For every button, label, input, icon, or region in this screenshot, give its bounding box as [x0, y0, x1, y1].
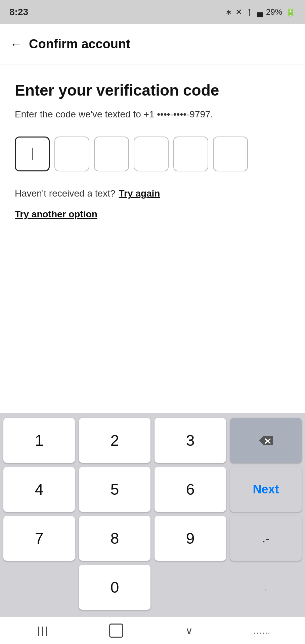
key-4[interactable]: 4 [3, 467, 75, 512]
key-5[interactable]: 5 [79, 467, 150, 512]
key-2[interactable]: 2 [79, 418, 150, 463]
app-header: ← Confirm account [0, 24, 305, 64]
nav-back-icon: ||| [37, 625, 49, 636]
code-box-4[interactable] [134, 137, 169, 171]
status-bar: 8:23 ∗ ✕ ⭡ ▄ 29% 🔋 [0, 0, 305, 24]
nav-bar: ||| ∨ …… [0, 617, 305, 644]
back-button[interactable]: ← [10, 37, 22, 51]
key-next[interactable]: Next [230, 467, 302, 512]
key-1[interactable]: 1 [3, 418, 75, 463]
code-box-3[interactable] [94, 137, 129, 171]
main-content: Enter your verification code Enter the c… [0, 64, 305, 413]
status-time: 8:23 [9, 7, 28, 17]
key-6[interactable]: 6 [155, 467, 226, 512]
code-input-group[interactable] [15, 137, 290, 171]
keyboard-row-3: 7 8 9 .- [3, 516, 302, 561]
wifi-icon: ⭡ [246, 7, 254, 17]
header-title: Confirm account [29, 37, 130, 51]
keyboard-row-2: 4 5 6 Next [3, 467, 302, 512]
key-symbol[interactable]: .- [230, 516, 302, 561]
code-cursor [32, 148, 33, 160]
key-empty-left [3, 565, 75, 610]
code-box-1[interactable] [15, 137, 50, 171]
nav-recent-button[interactable]: ∨ [179, 621, 199, 641]
status-icons: ∗ ✕ ⭡ ▄ 29% 🔋 [225, 7, 296, 17]
nav-home-icon [109, 624, 123, 638]
key-8[interactable]: 8 [79, 516, 150, 561]
mute-icon: ✕ [235, 7, 242, 17]
key-3[interactable]: 3 [155, 418, 226, 463]
key-empty-right [155, 565, 226, 610]
nav-home-button[interactable] [106, 621, 126, 641]
try-another-option-link[interactable]: Try another option [15, 209, 97, 220]
nav-recent-icon: ∨ [185, 625, 193, 637]
code-box-6[interactable] [213, 137, 248, 171]
battery-percent: 29% [266, 7, 282, 17]
try-again-link[interactable]: Try again [119, 188, 160, 199]
key-9[interactable]: 9 [155, 516, 226, 561]
keyboard: 1 2 3 4 5 6 Next 7 8 9 .- 0 , [0, 413, 305, 617]
subtitle: Enter the code we've texted to +1 ••••-•… [15, 109, 290, 120]
code-box-5[interactable] [173, 137, 208, 171]
key-backspace[interactable] [230, 418, 302, 463]
resend-text: Haven't received a text? [15, 188, 116, 199]
key-7[interactable]: 7 [3, 516, 75, 561]
signal-icon: ▄ [257, 7, 263, 17]
bluetooth-icon: ∗ [225, 7, 232, 17]
keyboard-row-1: 1 2 3 [3, 418, 302, 463]
battery-icon: 🔋 [286, 7, 296, 17]
resend-row: Haven't received a text? Try again [15, 188, 290, 199]
page-title: Enter your verification code [15, 81, 290, 100]
nav-keyboard-button[interactable]: …… [252, 621, 272, 641]
key-empty-far-right: , [230, 565, 302, 610]
key-0[interactable]: 0 [79, 565, 150, 610]
nav-back-button[interactable]: ||| [33, 621, 53, 641]
nav-keyboard-icon: …… [253, 626, 271, 636]
code-box-2[interactable] [54, 137, 89, 171]
keyboard-row-4: 0 , [3, 565, 302, 610]
